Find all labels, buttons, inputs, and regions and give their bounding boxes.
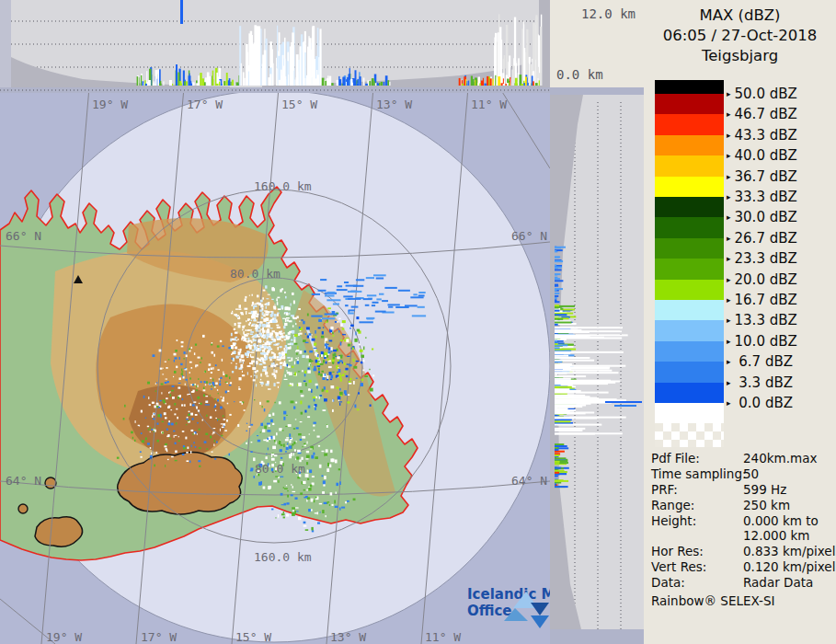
lat-label-right: 64° N bbox=[511, 474, 547, 488]
logo-text-line2: Office bbox=[467, 603, 512, 619]
radar-map: 19° W 17° W 15° W 13° W 11° W 19° W 17° … bbox=[0, 87, 550, 644]
legend-swatch bbox=[655, 300, 724, 320]
metadata-value: Radar Data bbox=[743, 575, 813, 590]
ring-label-80-bottom: 80.0 km bbox=[255, 462, 305, 476]
lat-label-left: 64° N bbox=[6, 474, 41, 488]
top-height-profile-panel bbox=[0, 0, 550, 87]
metadata-label: Data: bbox=[651, 575, 743, 591]
lon-label-bottom: 15° W bbox=[235, 630, 271, 644]
legend-swatch bbox=[655, 197, 724, 217]
legend-swatch bbox=[655, 320, 724, 340]
metadata-row: Range:250 km bbox=[651, 498, 833, 513]
glacier-myrdalsjokull bbox=[35, 517, 83, 546]
metadata-label: Pdf File: bbox=[651, 451, 743, 466]
metadata-value: 12.000 km bbox=[743, 528, 810, 543]
legend-label: ▸40.0 dBZ bbox=[727, 148, 797, 163]
metadata-row: Hor Res:0.833 km/pixel bbox=[651, 544, 833, 559]
metadata-row: PRF:599 Hz bbox=[651, 482, 833, 498]
legend-swatch bbox=[655, 94, 724, 114]
legend-label: ▸13.3 dBZ bbox=[727, 313, 797, 328]
legend-label: ▸30.0 dBZ bbox=[727, 210, 797, 224]
lat-label-right: 66° N bbox=[511, 229, 547, 243]
legend-tick-icon: ▸ bbox=[727, 151, 731, 160]
metadata-label: Range: bbox=[651, 498, 743, 513]
legend-swatch bbox=[655, 238, 724, 259]
right-height-profile-panel bbox=[550, 87, 644, 644]
metadata-label: Height: bbox=[651, 513, 743, 529]
metadata-value: 0.120 km/pixel bbox=[743, 559, 835, 574]
legend-swatch bbox=[655, 177, 724, 197]
legend-swatch bbox=[655, 362, 724, 382]
metadata-row: Data:Radar Data bbox=[651, 575, 833, 591]
lon-label-top: 15° W bbox=[281, 98, 317, 111]
lon-label-top: 13° W bbox=[376, 98, 412, 111]
lon-label-bottom: 19° W bbox=[46, 630, 82, 644]
height-axis-min-label: 0.0 km bbox=[556, 67, 603, 82]
metadata-row: 12.000 km bbox=[651, 528, 833, 544]
legend-tick-icon: ▸ bbox=[727, 109, 731, 119]
legend-tick-icon: ▸ bbox=[727, 337, 731, 346]
lat-label-left: 66° N bbox=[6, 229, 41, 243]
metadata-row: Height:0.000 km to bbox=[651, 513, 833, 529]
product-metadata: Pdf File:240km.maxTime sampling:50PRF:59… bbox=[651, 451, 833, 591]
product-title: MAX (dBZ) bbox=[644, 6, 836, 26]
metadata-value: 250 km bbox=[743, 498, 790, 512]
legend-tick-icon: ▸ bbox=[727, 192, 731, 201]
legend-swatch bbox=[655, 383, 724, 403]
right-profile-top-band bbox=[550, 87, 644, 95]
legend-label: ▸26.7 dBZ bbox=[727, 231, 797, 246]
top-profile-plot bbox=[0, 0, 550, 87]
ring-label-80-top: 80.0 km bbox=[230, 267, 281, 281]
radar-station-name: Teigsbjarg bbox=[644, 46, 836, 66]
legend-label: ▸20.0 dBZ bbox=[727, 272, 797, 287]
legend-tick-icon: ▸ bbox=[727, 254, 731, 263]
legend-tick-icon: ▸ bbox=[727, 213, 731, 222]
legend-label: ▸23.3 dBZ bbox=[727, 251, 797, 266]
legend-label: ▸36.7 dBZ bbox=[727, 169, 797, 184]
metadata-row: Vert Res:0.120 km/pixel bbox=[651, 559, 833, 575]
metadata-value: 240km.max bbox=[743, 451, 817, 466]
right-profile-bottom-band bbox=[550, 629, 644, 644]
metadata-value: 0.000 km to bbox=[743, 513, 819, 528]
legend-label: ▸43.3 dBZ bbox=[727, 128, 797, 143]
legend-tick-icon: ▸ bbox=[727, 275, 731, 284]
legend-tick-icon: ▸ bbox=[727, 316, 731, 325]
legend-swatch bbox=[655, 135, 724, 155]
legend-label: ▸10.0 dBZ bbox=[727, 334, 797, 349]
metadata-row: Pdf File:240km.max bbox=[651, 451, 833, 466]
radar-map-panel: 19° W 17° W 15° W 13° W 11° W 19° W 17° … bbox=[0, 87, 550, 644]
legend-label: ▸ 0.0 dBZ bbox=[727, 396, 793, 410]
legend-swatch bbox=[655, 423, 724, 447]
legend-swatch bbox=[655, 217, 724, 237]
legend-label: ▸33.3 dBZ bbox=[727, 190, 797, 204]
height-axis-max-label: 12.0 km bbox=[581, 6, 636, 21]
legend-swatch bbox=[655, 155, 724, 176]
lon-label-bottom: 13° W bbox=[330, 630, 366, 644]
legend-bar: ▸50.0 dBZ▸46.7 dBZ▸43.3 dBZ▸40.0 dBZ▸36.… bbox=[655, 80, 831, 452]
legend-label: ▸46.7 dBZ bbox=[727, 107, 797, 121]
legend-tick-icon: ▸ bbox=[727, 172, 731, 181]
metadata-value: 50 bbox=[743, 466, 759, 481]
radar-display-window: 12.0 km 0.0 km bbox=[0, 0, 836, 644]
metadata-label: Vert Res: bbox=[651, 559, 743, 575]
lon-label-top: 19° W bbox=[92, 98, 128, 111]
metadata-label: Time sampling: bbox=[651, 466, 743, 482]
right-profile-plot bbox=[550, 87, 644, 644]
legend-label: ▸50.0 dBZ bbox=[727, 86, 797, 101]
legend-label: ▸16.7 dBZ bbox=[727, 293, 797, 307]
legend-swatch bbox=[655, 280, 724, 300]
lon-label-bottom: 11° W bbox=[425, 630, 461, 644]
legend-swatch bbox=[655, 259, 724, 279]
legend-swatch bbox=[655, 341, 724, 362]
legend-tick-icon: ▸ bbox=[727, 398, 731, 408]
product-datetime: 06:05 / 27-Oct-2018 bbox=[644, 26, 836, 46]
metadata-value: 599 Hz bbox=[743, 482, 786, 497]
legend-label: ▸ 6.7 dBZ bbox=[727, 354, 793, 369]
legend-swatch bbox=[655, 80, 724, 94]
metadata-row: Time sampling:50 bbox=[651, 466, 833, 482]
ring-label-160-top: 160.0 km bbox=[254, 179, 312, 193]
legend-sidebar: MAX (dBZ) 06:05 / 27-Oct-2018 Teigsbjarg… bbox=[644, 0, 836, 644]
legend-tick-icon: ▸ bbox=[727, 295, 731, 305]
lon-label-top: 17° W bbox=[187, 98, 223, 111]
legend-tick-icon: ▸ bbox=[727, 89, 731, 98]
